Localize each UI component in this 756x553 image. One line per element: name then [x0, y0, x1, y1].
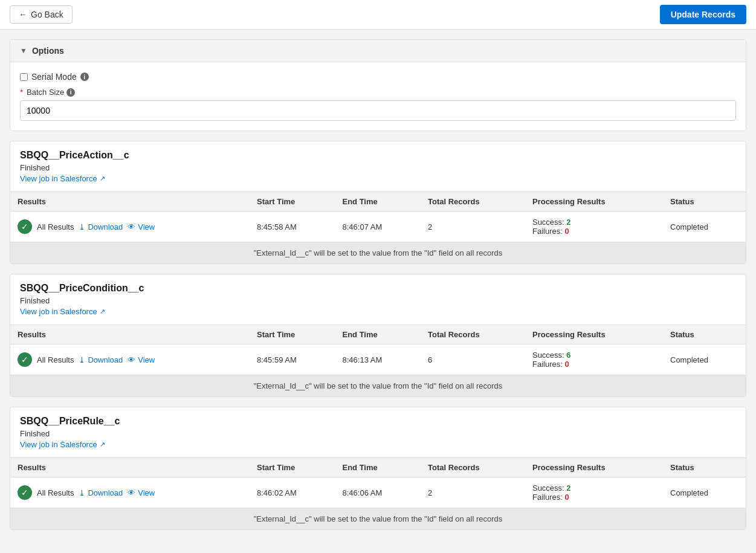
all-results-label-0: All Results: [37, 222, 74, 231]
go-back-label: Go Back: [31, 10, 63, 19]
col-header: Processing Results: [525, 192, 663, 212]
info-bar-2: "External_Id__c" will be set to the valu…: [10, 508, 746, 529]
status-cell-2: Completed: [663, 477, 746, 508]
job-status-2: Finished: [20, 429, 736, 438]
success-count-2: 2: [566, 483, 570, 493]
all-results-label-2: All Results: [37, 488, 74, 497]
options-header: ▼ Options: [10, 40, 746, 62]
download-link-0[interactable]: ⤓ Download: [79, 222, 123, 231]
view-job-link-1[interactable]: View job in Salesforce ↗: [20, 307, 105, 316]
job-section-0: SBQQ__PriceAction__c Finished View job i…: [10, 141, 746, 264]
col-header: Start Time: [250, 458, 335, 477]
info-bar-0: "External_Id__c" will be set to the valu…: [10, 242, 746, 264]
col-header: Processing Results: [525, 325, 663, 344]
eye-icon-0: 👁: [128, 222, 135, 231]
job-title-0: SBQQ__PriceAction__c: [20, 150, 736, 161]
all-results-label-1: All Results: [37, 355, 74, 364]
col-header: Results: [10, 458, 250, 477]
chevron-down-icon: ▼: [20, 47, 27, 55]
table-row: ✓ All Results ⤓ Download 👁 View: [10, 344, 746, 375]
status-cell-0: Completed: [663, 212, 746, 242]
job-status-0: Finished: [20, 163, 736, 172]
download-link-2[interactable]: ⤓ Download: [79, 488, 123, 497]
serial-mode-info-icon: i: [80, 73, 89, 81]
col-header: Status: [663, 325, 746, 344]
options-body: Serial Mode i * Batch Size i: [10, 62, 746, 131]
view-link-0[interactable]: 👁 View: [128, 222, 155, 231]
update-records-button[interactable]: Update Records: [660, 5, 746, 24]
go-back-button[interactable]: ← Go Back: [10, 5, 73, 24]
failure-count-2: 0: [564, 493, 569, 502]
info-bar-1: "External_Id__c" will be set to the valu…: [10, 375, 746, 396]
view-job-link-2[interactable]: View job in Salesforce ↗: [20, 440, 105, 449]
success-count-1: 6: [566, 351, 570, 360]
external-link-icon-2: ↗: [100, 441, 105, 448]
arrow-left-icon: ←: [19, 10, 27, 19]
end-time-cell-2: 8:46:06 AM: [335, 477, 421, 508]
download-icon-0: ⤓: [79, 222, 85, 231]
jobs-container: SBQQ__PriceAction__c Finished View job i…: [10, 141, 746, 530]
results-cell-1: ✓ All Results ⤓ Download 👁 View: [10, 344, 250, 375]
batch-size-label-row: * Batch Size i: [20, 88, 736, 97]
batch-size-info-icon: i: [66, 88, 75, 97]
end-time-cell-0: 8:46:07 AM: [335, 212, 421, 242]
col-header: Total Records: [421, 192, 525, 212]
col-header: End Time: [335, 192, 421, 212]
table-row: ✓ All Results ⤓ Download 👁 View: [10, 212, 746, 242]
results-table-0: ResultsStart TimeEnd TimeTotal RecordsPr…: [10, 192, 746, 242]
eye-icon-1: 👁: [128, 355, 135, 364]
processing-results-cell-1: Success: 6 Failures: 0: [525, 344, 663, 375]
job-status-1: Finished: [20, 296, 736, 305]
update-records-label: Update Records: [671, 10, 735, 19]
view-job-link-0[interactable]: View job in Salesforce ↗: [20, 174, 105, 183]
results-cell-0: ✓ All Results ⤓ Download 👁 View: [10, 212, 250, 242]
download-link-1[interactable]: ⤓ Download: [79, 355, 123, 364]
results-cell-2: ✓ All Results ⤓ Download 👁 View: [10, 477, 250, 508]
end-time-cell-1: 8:46:13 AM: [335, 344, 421, 375]
col-header: End Time: [335, 458, 421, 477]
external-link-icon-0: ↗: [100, 175, 105, 183]
processing-results-cell-2: Success: 2 Failures: 0: [525, 477, 663, 508]
batch-size-required-marker: *: [20, 88, 23, 97]
serial-mode-checkbox[interactable]: [20, 73, 28, 81]
job-section-2: SBQQ__PriceRule__c Finished View job in …: [10, 407, 746, 530]
failure-count-0: 0: [564, 227, 569, 236]
total-records-cell-0: 2: [421, 212, 525, 242]
job-header-0: SBQQ__PriceAction__c Finished View job i…: [10, 141, 746, 192]
view-link-1[interactable]: 👁 View: [128, 355, 155, 364]
results-table-2: ResultsStart TimeEnd TimeTotal RecordsPr…: [10, 458, 746, 508]
view-link-2[interactable]: 👁 View: [128, 488, 155, 497]
options-title: Options: [32, 46, 64, 56]
start-time-cell-2: 8:46:02 AM: [250, 477, 335, 508]
check-icon-0: ✓: [18, 219, 32, 234]
job-header-2: SBQQ__PriceRule__c Finished View job in …: [10, 407, 746, 458]
total-records-cell-2: 2: [421, 477, 525, 508]
col-header: Start Time: [250, 325, 335, 344]
serial-mode-row: Serial Mode i: [20, 72, 736, 82]
col-header: Total Records: [421, 325, 525, 344]
processing-results-cell-0: Success: 2 Failures: 0: [525, 212, 663, 242]
start-time-cell-1: 8:45:59 AM: [250, 344, 335, 375]
eye-icon-2: 👁: [128, 488, 135, 497]
serial-mode-label: Serial Mode: [31, 72, 77, 82]
col-header: Start Time: [250, 192, 335, 212]
download-icon-1: ⤓: [79, 355, 85, 364]
download-icon-2: ⤓: [79, 488, 85, 497]
results-table-1: ResultsStart TimeEnd TimeTotal RecordsPr…: [10, 325, 746, 375]
options-panel: ▼ Options Serial Mode i * Batch Size i: [10, 39, 746, 131]
table-row: ✓ All Results ⤓ Download 👁 View: [10, 477, 746, 508]
batch-size-input[interactable]: [20, 100, 736, 121]
col-header: Results: [10, 325, 250, 344]
job-section-1: SBQQ__PriceCondition__c Finished View jo…: [10, 274, 746, 397]
check-icon-1: ✓: [18, 352, 32, 367]
col-header: Status: [663, 458, 746, 477]
check-icon-2: ✓: [18, 485, 32, 500]
failure-count-1: 0: [564, 360, 569, 369]
job-title-2: SBQQ__PriceRule__c: [20, 416, 736, 427]
job-title-1: SBQQ__PriceCondition__c: [20, 283, 736, 294]
col-header: Processing Results: [525, 458, 663, 477]
col-header: Status: [663, 192, 746, 212]
col-header: Results: [10, 192, 250, 212]
status-cell-1: Completed: [663, 344, 746, 375]
start-time-cell-0: 8:45:58 AM: [250, 212, 335, 242]
